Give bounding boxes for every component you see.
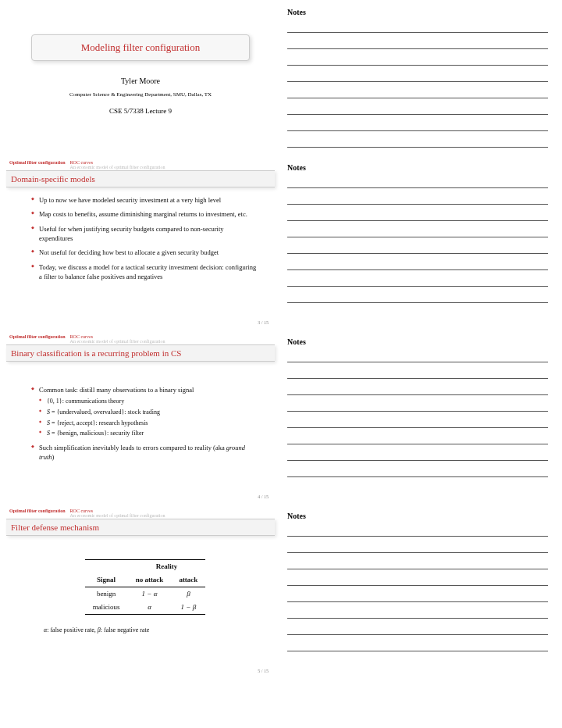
rule	[287, 552, 548, 553]
list-item: Such simplification inevitably leads to …	[31, 443, 259, 462]
list-item: Useful for when justifying security budg…	[31, 224, 259, 244]
rule	[287, 618, 548, 619]
slide-nav: Optimal filter configuration ROC curves …	[6, 507, 275, 519]
rule	[287, 204, 548, 205]
item-text: )	[52, 453, 55, 461]
list-item: Not useful for deciding how best to allo…	[31, 248, 259, 257]
rule	[287, 536, 548, 537]
rule	[287, 269, 548, 270]
nav-section: Optimal filter configuration	[9, 160, 66, 165]
notes-label: Notes	[287, 163, 548, 172]
rule	[287, 585, 548, 586]
item-text: Such simplification inevitably leads to …	[39, 444, 226, 451]
slide-title: Domain-specific models	[6, 170, 275, 187]
rule	[287, 444, 548, 444]
rule	[287, 394, 548, 395]
nav-sub2: An economic model of optimal filter conf…	[70, 339, 165, 344]
page-number: 5 / 15	[258, 669, 269, 673]
list-item: S = {undervalued, overvalued}: stock tra…	[39, 408, 259, 417]
rule	[287, 476, 548, 477]
rule	[287, 634, 548, 635]
page-3: Optimal filter configuration ROC curves …	[0, 330, 562, 504]
list-item: S = {reject, accept}: research hypothesi…	[39, 419, 259, 428]
slide-nav: Optimal filter configuration ROC curves …	[6, 159, 275, 170]
notes-label: Notes	[287, 337, 548, 346]
slide-nav: Optimal filter configuration ROC curves …	[6, 333, 275, 344]
rule	[287, 187, 548, 188]
th-attack: attack	[171, 573, 205, 587]
row-malicious: malicious	[85, 601, 128, 615]
slide-body: Common task: distill many observations t…	[6, 369, 275, 462]
rule	[287, 147, 548, 148]
cell: α	[128, 601, 172, 615]
rule	[287, 569, 548, 569]
affiliation: Computer Science & Engineering Departmen…	[6, 91, 275, 98]
rule	[287, 253, 548, 254]
cell: β	[171, 587, 205, 601]
confusion-table: Reality Signal no attack attack benign 1…	[85, 559, 206, 615]
cell: 1 − α	[128, 587, 172, 601]
slide-body: Reality Signal no attack attack benign 1…	[6, 559, 275, 635]
page-4: Optimal filter configuration ROC curves …	[0, 504, 562, 678]
slide-title: Filter defense mechanism	[6, 519, 275, 536]
nav-section: Optimal filter configuration	[9, 509, 66, 513]
course-line: CSE 5/7338 Lecture 9	[6, 107, 275, 115]
cap-text: : false negative rate	[101, 626, 149, 633]
page-number: 3 / 15	[258, 320, 269, 325]
slide-filter-defense: Optimal filter configuration ROC curves …	[0, 504, 281, 678]
page-number: 4 / 15	[258, 494, 269, 499]
rule	[287, 32, 548, 33]
th-reality: Reality	[128, 560, 206, 574]
notes-label: Notes	[287, 512, 548, 520]
nav-sub2: An economic model of optimal filter conf…	[70, 513, 165, 518]
rule	[287, 651, 548, 651]
th-signal: Signal	[85, 573, 128, 587]
presentation-title: Modeling filter configuration	[31, 34, 250, 61]
slide-title: Modeling filter configuration Tyler Moor…	[0, 0, 281, 155]
rule	[287, 130, 548, 131]
th-noattack: no attack	[128, 573, 172, 587]
notes-area-4: Notes	[281, 504, 562, 678]
nav-sub2: An economic model of optimal filter conf…	[70, 165, 165, 170]
rule	[287, 98, 548, 98]
list-item: Map costs to benefits, assume diminishin…	[31, 209, 259, 219]
rate-caption: α: false positive rate, β: false negativ…	[31, 626, 259, 635]
list-item: Today, we discuss a model for a tactical…	[31, 262, 259, 282]
rule	[287, 378, 548, 379]
slide-binary-classification: Optimal filter configuration ROC curves …	[0, 330, 281, 504]
rule	[287, 302, 548, 303]
nav-section: Optimal filter configuration	[9, 334, 66, 339]
rule	[287, 81, 548, 82]
author: Tyler Moore	[6, 77, 275, 85]
slide-body: Up to now we have modeled security inves…	[6, 195, 275, 281]
rule	[287, 65, 548, 66]
notes-area-1: Notes	[281, 0, 562, 155]
rule	[287, 411, 548, 412]
list-item: Up to now we have modeled security inves…	[31, 195, 259, 205]
rule	[287, 460, 548, 461]
row-benign: benign	[85, 587, 128, 601]
list-item: Common task: distill many observations t…	[31, 385, 259, 438]
rule	[287, 237, 548, 237]
cap-text: : false positive rate,	[47, 626, 98, 633]
notes-label: Notes	[287, 8, 548, 16]
rule	[287, 286, 548, 287]
slide-title: Binary classification is a recurring pro…	[6, 344, 275, 362]
rule	[287, 220, 548, 221]
rule	[287, 362, 548, 362]
rule	[287, 601, 548, 602]
slide-domain-models: Optimal filter configuration ROC curves …	[0, 155, 281, 330]
cell: 1 − β	[171, 601, 205, 615]
notes-area-3: Notes	[281, 330, 562, 504]
notes-area-2: Notes	[281, 155, 562, 330]
item-text: Common task: distill many observations t…	[39, 386, 194, 394]
page-2: Optimal filter configuration ROC curves …	[0, 155, 562, 330]
list-item: {0, 1}: communications theory	[39, 397, 259, 406]
rule	[287, 48, 548, 49]
page-1: Modeling filter configuration Tyler Moor…	[0, 0, 562, 155]
list-item: S = {benign, malicious}: security filter	[39, 429, 259, 438]
rule	[287, 114, 548, 115]
rule	[287, 427, 548, 428]
